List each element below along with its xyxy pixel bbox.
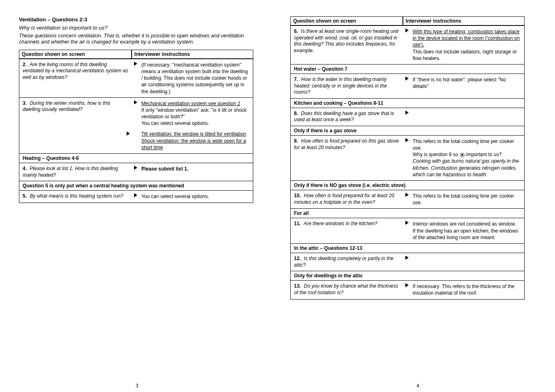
svg-marker-4: [134, 193, 137, 197]
question-cell: 5. By what means is this heating system …: [19, 191, 132, 203]
table-row: 6. Is there at least one single-room hea…: [291, 25, 524, 64]
answer-text: Please submit list 1.: [141, 166, 189, 172]
info-icon: ✹: [460, 153, 465, 157]
section-heading: Heating – Questions 4-6: [19, 153, 253, 163]
answer-cell: [403, 253, 524, 271]
answer-text: This does not include radiators, night s…: [413, 49, 517, 61]
answer-cell: If necessary: This refers to the thickne…: [403, 281, 524, 299]
answer-text: Why is question 9 so: [413, 152, 460, 157]
answer-cell: [403, 108, 524, 126]
triangle-icon: [134, 166, 137, 170]
answer-text: If "there is no hot water": please selec…: [413, 77, 506, 89]
question-cell: 3. During the winter months, how is this…: [19, 98, 132, 153]
svg-marker-7: [405, 111, 409, 115]
question-text: Do you know by chance what the thickness…: [294, 283, 398, 295]
section-heading: Only if there is NO gas stove (i.e. elec…: [291, 180, 524, 190]
section-heading: For all: [291, 208, 524, 218]
triangle-icon: [405, 111, 409, 115]
triangle-icon: [405, 28, 409, 32]
table-row: 8. Does this dwelling have a gas stove t…: [291, 108, 524, 126]
intro-subtitle: Why is ventilation so important to us?: [19, 25, 253, 31]
th-question: Question shown on screen: [19, 50, 132, 59]
answer-text: If necessary: This refers to the thickne…: [413, 284, 515, 296]
question-text: Are there windows in the kitchen?: [304, 221, 377, 226]
question-text: By what means is this heating system run…: [30, 193, 123, 199]
intro-block: Ventilation – Questions 2-3 Why is venti…: [19, 16, 253, 46]
svg-marker-12: [405, 283, 409, 287]
question-cell: 10. How often is food prepared for at le…: [291, 190, 403, 208]
table-row: 3. During the winter months, how is this…: [19, 97, 253, 153]
question-number: 10.: [294, 193, 301, 198]
question-number: 3.: [23, 100, 27, 106]
section-heading: Only if there is a gas stove: [291, 126, 524, 135]
question-number: 8.: [294, 111, 298, 116]
table-row: 11. Are there windows in the kitchen? In…: [291, 218, 524, 243]
section-heading: Only for dwellings in the attic: [291, 271, 524, 280]
answer-cell: You can select several options.: [132, 191, 253, 203]
answer-link: Shock ventilation: the window is wide op…: [141, 138, 246, 150]
svg-marker-6: [405, 76, 409, 81]
answer-text: Interior windows are not considered as w…: [413, 221, 516, 227]
svg-marker-0: [134, 62, 137, 66]
table-row: 2. Are the living rooms of this dwelling…: [19, 59, 253, 97]
question-cell: 11. Are there windows in the kitchen?: [291, 218, 403, 243]
table-row: 7. How is the water in this dwelling mai…: [291, 74, 524, 98]
answer-text: This refers to the total cooking time pe…: [413, 193, 514, 205]
question-number: 2.: [23, 62, 27, 67]
answer-text: important to us?: [465, 152, 502, 157]
question-text: How often is food prepared on this gas s…: [294, 138, 399, 150]
answer-text: (If necessary: "mechanical ventilation s…: [141, 62, 248, 95]
question-cell: 4. Please look at list 1. How is this dw…: [19, 163, 132, 181]
answer-text: If the dwelling has an open kitchen, the…: [413, 228, 518, 240]
answer-italic: Cooking with gas burns natural gas openl…: [413, 158, 519, 177]
question-cell: 12. Is this dwelling completely or partl…: [291, 253, 403, 271]
triangle-icon: [134, 131, 137, 135]
question-number: 7.: [294, 76, 298, 82]
question-text: How is the water in this dwelling mainly…: [294, 76, 387, 95]
intro-title: Ventilation – Questions 2-3: [19, 16, 253, 23]
section-heading: Question 5 is only put when a central he…: [19, 181, 253, 190]
table-row: 9. How often is food prepared on this ga…: [291, 135, 524, 180]
answer-link: Tilt ventilation: the window is tilted f…: [141, 131, 246, 137]
triangle-icon: [405, 193, 409, 197]
left-page: Ventilation – Questions 2-3 Why is venti…: [19, 16, 253, 300]
page-number-right: 4: [416, 383, 419, 389]
th-instructions: Interviewer instructions: [132, 50, 253, 59]
right-page: Question shown on screen Interviewer ins…: [290, 16, 525, 300]
question-cell: 7. How is the water in this dwelling mai…: [291, 74, 403, 98]
intro-text: These questions concern ventilation. Tha…: [19, 33, 253, 46]
answer-cell: (If necessary: "mechanical ventilation s…: [132, 59, 253, 97]
table-header: Question shown on screen Interviewer ins…: [19, 50, 253, 59]
table-row: 4. Please look at list 1. How is this dw…: [19, 163, 253, 181]
table-row: 12. Is this dwelling completely or partl…: [291, 253, 524, 271]
question-cell: 6. Is there at least one single-room hea…: [291, 26, 403, 64]
question-text: Please look at list 1. How is this dwell…: [23, 166, 118, 178]
page-number-left: 3: [136, 383, 139, 389]
svg-marker-3: [134, 166, 137, 170]
table-row: 13. Do you know by chance what the thick…: [291, 280, 524, 299]
question-cell: 2. Are the living rooms of this dwelling…: [19, 59, 132, 97]
question-cell: 13. Do you know by chance what the thick…: [291, 281, 403, 299]
triangle-icon: [405, 283, 409, 287]
svg-marker-9: [405, 193, 409, 197]
left-table: Question shown on screen Interviewer ins…: [19, 50, 253, 203]
table-row: 5. By what means is this heating system …: [19, 190, 253, 203]
section-heading: Kitchen and cooking – Questions 8-11: [291, 98, 524, 108]
question-number: 6.: [294, 28, 298, 34]
question-number: 4.: [23, 166, 27, 171]
answer-cell: Interior windows are not considered as w…: [403, 218, 524, 243]
answer-cell: With this type of heating, combustion ta…: [403, 26, 524, 64]
table-row: 10. How often is food prepared for at le…: [291, 190, 524, 208]
question-number: 9.: [294, 138, 298, 144]
question-number: 12.: [294, 256, 301, 261]
answer-cell: Mechanical ventilation system see questi…: [132, 98, 253, 153]
section-heading: In the attic – Questions 12-13: [291, 243, 524, 253]
question-number: 13.: [294, 283, 301, 289]
answer-cell: This refers to the total cooking time pe…: [403, 190, 524, 208]
triangle-icon: [405, 138, 409, 142]
question-cell: 9. How often is food prepared on this ga…: [291, 136, 403, 180]
svg-marker-1: [134, 100, 137, 104]
question-text: Does this dwelling have a gas stove that…: [294, 111, 394, 123]
th-instructions: Interviewer instructions: [403, 17, 524, 25]
answer-link: With this type of heating, combustion ta…: [413, 29, 520, 48]
